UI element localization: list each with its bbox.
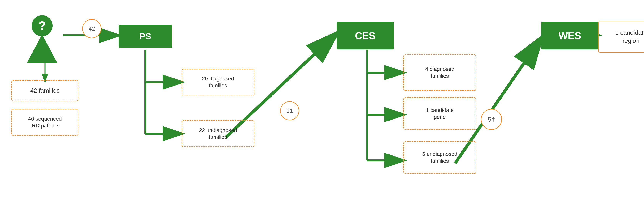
box-1-candidate-gene: 1 candidategene: [404, 97, 476, 130]
svg-text:?: ?: [38, 19, 46, 33]
box-20-diagnosed: 20 diagnosedfamilies: [182, 69, 254, 95]
ces-label: CES: [336, 22, 394, 49]
box-46-patients: 46 sequencedIRD patients: [12, 109, 78, 136]
box-4-diagnosed: 4 diagnosedfamilies: [404, 54, 476, 91]
diagram: ? 42 11 5† PS CES WES 42 families 46 seq…: [0, 0, 644, 203]
person-icon: ?: [23, 11, 61, 61]
box-22-undiagnosed: 22 undiagnosedfamilies: [182, 120, 254, 147]
box-42-families: 42 families: [12, 80, 78, 101]
ps-label: PS: [118, 25, 172, 48]
wes-label: WES: [541, 22, 598, 49]
box-1-candidate-region: 1 candidateregion: [598, 21, 644, 52]
svg-marker-15: [27, 34, 57, 63]
circle-11: 11: [280, 101, 299, 120]
circle-42: 42: [82, 19, 101, 38]
box-6-undiagnosed: 6 undiagnosedfamilies: [404, 141, 476, 174]
circle-5: 5†: [481, 109, 502, 130]
